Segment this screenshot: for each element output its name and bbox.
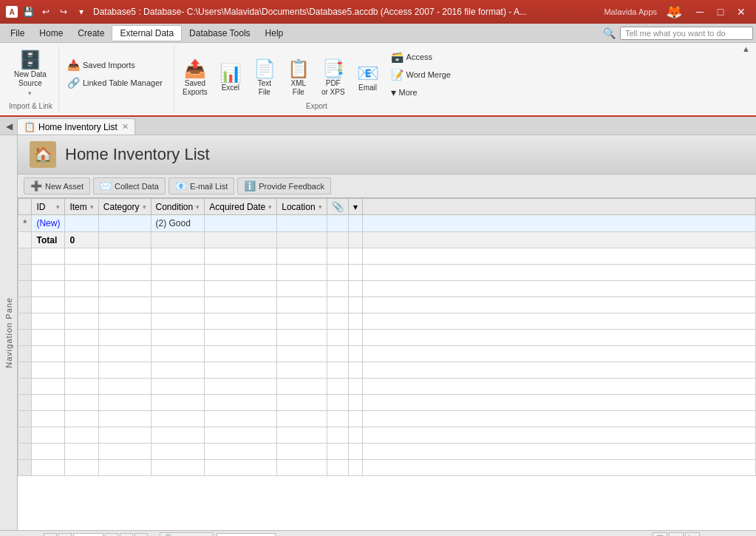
feedback-label: Provide Feedback — [259, 182, 324, 191]
excel-button[interactable]: 📊 Excel — [214, 56, 247, 101]
menu-create[interactable]: Create — [70, 26, 112, 41]
record-prev-button[interactable]: ◀ — [58, 533, 72, 537]
provide-feedback-button[interactable]: ℹ️ Provide Feedback — [237, 177, 331, 194]
tab-home-inventory[interactable]: 📋 Home Inventory List ✕ — [17, 118, 135, 135]
more-icon: ▾ — [391, 86, 396, 98]
close-button[interactable]: ✕ — [732, 4, 750, 19]
more-label: More — [399, 88, 418, 97]
xml-file-button[interactable]: 📋 XMLFile — [282, 56, 315, 101]
total-attachment — [327, 232, 348, 248]
tab-title: Home Inventory List — [38, 122, 118, 132]
column-header-row: ID ▾ Item ▾ — [18, 199, 756, 215]
access-label: Access — [406, 52, 432, 61]
pdf-xps-button[interactable]: 📑 PDFor XPS — [316, 56, 350, 101]
menu-help[interactable]: Help — [258, 26, 291, 41]
datasheet-view-button[interactable]: ⊞ — [669, 532, 684, 537]
new-row-acquired[interactable] — [205, 215, 277, 232]
total-value: 0 — [65, 232, 98, 248]
datasheet[interactable]: ID ▾ Item ▾ — [18, 198, 756, 530]
ribbon-group-new-data-source: 🗄️ New DataSource ▾ Import & Link — [6, 46, 59, 112]
filter-button[interactable]: 🔍 No Filter — [160, 532, 214, 536]
record-last-button[interactable]: ⏭ — [120, 533, 133, 537]
nav-pane-label: Navigation Pane — [4, 297, 13, 368]
empty-row-11 — [18, 411, 756, 427]
undo-button[interactable]: ↩ — [38, 4, 53, 19]
word-merge-button[interactable]: 📝 Word Merge — [386, 67, 456, 83]
menu-home[interactable]: Home — [32, 26, 70, 41]
title-bar: A 💾 ↩ ↪ ▾ Database5 : Database- C:\Users… — [0, 0, 756, 24]
app-icon: A — [6, 6, 18, 18]
tab-close-button[interactable]: ✕ — [122, 122, 129, 132]
new-asset-label: New Asset — [45, 182, 84, 191]
email-list-label: E-mail List — [190, 182, 228, 191]
menu-database-tools[interactable]: Database Tools — [182, 26, 258, 41]
layout-view-button[interactable]: 📐 — [685, 532, 700, 537]
saved-imports-button[interactable]: 📥 Saved Imports — [62, 57, 168, 73]
customize-qa-button[interactable]: ▾ — [74, 4, 89, 19]
col-header-category[interactable]: Category ▾ — [98, 199, 151, 215]
maximize-button[interactable]: □ — [712, 4, 729, 19]
linked-table-manager-button[interactable]: 🔗 Linked Table Manager — [62, 75, 168, 91]
total-condition — [151, 232, 205, 248]
window-title: Database5 : Database- C:\Users\Malavida\… — [93, 7, 527, 17]
ribbon-collapse-button[interactable]: ▲ — [742, 44, 750, 53]
new-row-attachment[interactable] — [327, 215, 348, 232]
word-merge-label: Word Merge — [406, 70, 451, 79]
tell-me-search[interactable]: Tell me what you want to do — [620, 27, 753, 40]
new-record-row[interactable]: * (New) (2) Good — [18, 215, 756, 232]
new-row-extra[interactable] — [348, 215, 362, 232]
condition-sort-icon: ▾ — [196, 203, 200, 211]
new-row-location[interactable] — [277, 215, 327, 232]
saved-exports-button[interactable]: 📤 SavedExports — [177, 56, 213, 101]
import-link-group-label — [62, 102, 168, 110]
ribbon-group-export: 📤 SavedExports 📊 Excel 📄 TextFile 📋 XMLF… — [174, 46, 462, 112]
more-button[interactable]: ▾ More — [386, 84, 456, 101]
access-button[interactable]: 🗃️ Access — [386, 49, 456, 65]
linked-table-icon: 🔗 — [67, 77, 80, 89]
menu-external-data[interactable]: External Data — [112, 25, 182, 41]
navigation-pane[interactable]: Navigation Pane — [0, 135, 18, 530]
record-display: 1 of 1 — [73, 533, 104, 537]
minimize-button[interactable]: ─ — [691, 4, 709, 19]
collect-data-button[interactable]: ✉️ Collect Data — [93, 177, 166, 194]
col-header-id[interactable]: ID ▾ — [32, 199, 65, 215]
menu-bar: File Home Create External Data Database … — [0, 24, 756, 43]
email-list-button[interactable]: 📧 E-mail List — [168, 177, 234, 194]
new-asset-button[interactable]: ➕ New Asset — [24, 177, 90, 194]
empty-row-10 — [18, 395, 756, 411]
search-placeholder: Tell me what you want to do — [625, 29, 726, 38]
acquired-sort-icon: ▾ — [268, 203, 272, 211]
record-first-button[interactable]: ⏮ — [44, 533, 57, 537]
menu-file[interactable]: File — [3, 26, 32, 41]
col-header-attachment[interactable]: 📎 — [327, 199, 348, 215]
record-new-button[interactable]: ⊞ — [134, 533, 148, 537]
new-data-source-button[interactable]: 🗄️ New DataSource ▾ — [9, 47, 52, 101]
record-next-button[interactable]: ▶ — [105, 533, 118, 537]
col-header-condition[interactable]: Condition ▾ — [151, 199, 205, 215]
form-view-button[interactable]: 📋 — [653, 532, 667, 537]
saved-exports-icon: 📤 — [184, 60, 206, 78]
empty-row-5 — [18, 313, 756, 330]
import-link-label: Import & Link — [9, 102, 52, 110]
col-header-item[interactable]: Item ▾ — [65, 199, 98, 215]
new-row-id[interactable]: (New) — [32, 215, 65, 232]
search-input[interactable] — [217, 533, 276, 537]
col-header-acquired-date[interactable]: Acquired Date ▾ — [205, 199, 277, 215]
total-spacer — [362, 232, 755, 248]
tab-nav-left[interactable]: ◀ — [3, 120, 16, 133]
col-header-location[interactable]: Location ▾ — [277, 199, 327, 215]
status-bar: Record: ⏮ ◀ 1 of 1 ▶ ⏭ ⊞ 🔍 No Filter Num… — [0, 530, 756, 536]
new-row-condition[interactable]: (2) Good — [151, 215, 205, 232]
email-button[interactable]: 📧 Email — [352, 56, 384, 101]
text-file-button[interactable]: 📄 TextFile — [248, 56, 281, 101]
empty-row-3 — [18, 281, 756, 297]
col-header-extra[interactable]: ▾ — [348, 199, 362, 215]
save-button[interactable]: 💾 — [21, 4, 35, 19]
new-row-spacer — [362, 215, 755, 232]
form-header-title: Home Inventory List — [65, 145, 210, 164]
email-list-icon: 📧 — [175, 180, 187, 191]
new-row-category[interactable] — [98, 215, 151, 232]
redo-button[interactable]: ↪ — [56, 4, 71, 19]
new-row-indicator: * — [18, 215, 32, 232]
new-row-item[interactable] — [65, 215, 98, 232]
